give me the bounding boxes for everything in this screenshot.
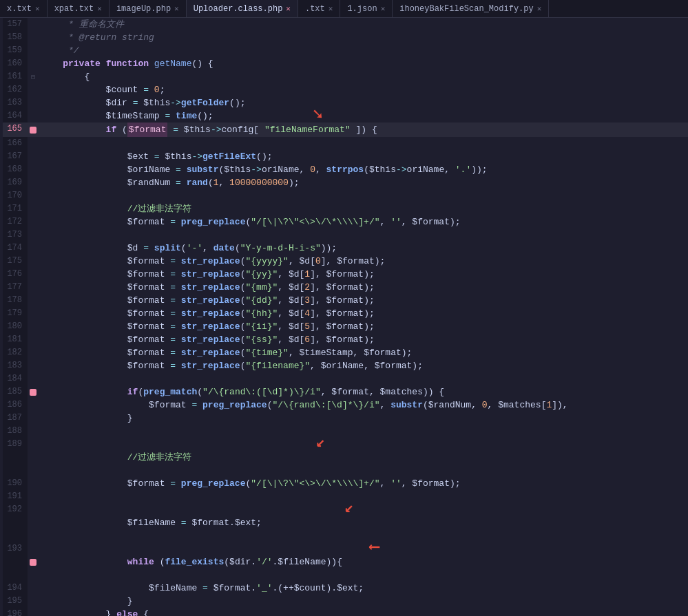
code-line: $dir = $this->getFolder(); [39, 96, 245, 109]
fold-icon[interactable]: ⊟ [31, 73, 35, 81]
line-number: 178 [3, 294, 28, 307]
code-line: $ext = $this->getFileExt(); [39, 150, 272, 163]
highlighted-var: $format [127, 123, 168, 137]
line-marker [28, 57, 39, 70]
line-number: 194 [3, 582, 28, 595]
code-line: $fileName = $format.$ext; ↙ [39, 503, 326, 542]
code-line: $format = str_replace("{mm}", $d[2], $fo… [39, 281, 375, 294]
close-icon[interactable]: ✕ [381, 4, 386, 13]
table-row: 194 $fileName = $format.'_'.(++$count).$… [3, 582, 688, 595]
line-number: 181 [3, 333, 28, 346]
table-row: 182 $format = str_replace("{time}", $tim… [3, 346, 688, 359]
table-row: 159 */ [3, 44, 688, 57]
table-row: 167 $ext = $this->getFileExt(); [3, 150, 688, 163]
table-row: 174 $d = split('-', date("Y-y-m-d-H-i-s"… [3, 242, 688, 255]
line-marker [28, 215, 39, 229]
line-number: 195 [3, 595, 28, 608]
close-icon[interactable]: ✕ [286, 4, 291, 13]
table-row: 189 //过滤非法字符 ↙ [3, 438, 688, 477]
line-marker [28, 372, 39, 385]
code-line [39, 425, 41, 438]
line-marker [28, 123, 39, 137]
line-number: 191 [3, 490, 28, 503]
line-marker [28, 412, 39, 425]
line-marker: ⊟ [28, 70, 39, 83]
line-number: 172 [3, 215, 28, 229]
tab-xpat-txt[interactable]: xpat.txt ✕ [48, 0, 110, 18]
line-number: 180 [3, 320, 28, 333]
line-marker [28, 163, 39, 176]
code-line: $format = str_replace("{hh}", $d[4], $fo… [39, 307, 375, 320]
table-row: 168 $oriName = substr($this->oriName, 0,… [3, 163, 688, 176]
line-number: 177 [3, 281, 28, 294]
tab-uploader-class-php[interactable]: Uploader.class.php ✕ [187, 0, 298, 18]
line-number: 168 [3, 163, 28, 176]
table-row: 176 $format = str_replace("{yy}", $d[1],… [3, 268, 688, 281]
table-row: 171 //过滤非法字符 [3, 202, 688, 215]
code-line [39, 137, 41, 150]
code-line: $format = preg_replace("/[\|\?\"<\>\/\*\… [39, 215, 461, 229]
code-line: { [39, 70, 90, 83]
code-line: } else { [39, 608, 149, 616]
line-number: 169 [3, 176, 28, 189]
table-row: 175 $format = str_replace("{yyyy}", $d[0… [3, 255, 688, 268]
tab-1-json[interactable]: 1.json ✕ [340, 0, 393, 18]
tab-bar: x.txt ✕ xpat.txt ✕ imageUp.php ✕ Uploade… [0, 0, 688, 18]
tab-label: ihoneyBakFileScan_Modify.py [399, 4, 533, 14]
tab-txt[interactable]: .txt ✕ [298, 0, 340, 18]
code-line: $format = str_replace("{yyyy}", $d[0], $… [39, 255, 385, 268]
code-line: if ($format = $this->config[ "fileNameFo… [39, 123, 377, 137]
table-row: 177 $format = str_replace("{mm}", $d[2],… [3, 281, 688, 294]
line-marker [28, 31, 39, 44]
code-line: $format = str_replace("{dd}", $d[3], $fo… [39, 294, 375, 307]
code-line: $count = 0; [39, 83, 165, 96]
code-line: if(preg_match("/\{rand\:([\d]*)\}/i", $f… [39, 385, 444, 399]
close-icon[interactable]: ✕ [537, 4, 542, 13]
line-marker [28, 242, 39, 255]
line-number: 192 [3, 503, 28, 542]
breakpoint-marker[interactable] [30, 127, 37, 134]
table-row: 185 if(preg_match("/\{rand\:([\d]*)\}/i"… [3, 385, 688, 399]
close-icon[interactable]: ✕ [174, 4, 179, 13]
line-number: 170 [3, 189, 28, 202]
line-marker [28, 333, 39, 346]
table-row: 164 $timeStamp = time(); ➘ [3, 109, 688, 123]
table-row: 190 $format = preg_replace("/[\|\?\"<\>\… [3, 477, 688, 490]
line-marker [28, 595, 39, 608]
line-number: 176 [3, 268, 28, 281]
tab-label: Uploader.class.php [194, 4, 283, 14]
breakpoint-marker[interactable] [30, 389, 37, 396]
code-line: $d = split('-', date("Y-y-m-d-H-i-s")); [39, 242, 337, 255]
tab-ihoneybak[interactable]: ihoneyBakFileScan_Modify.py ✕ [393, 0, 549, 18]
line-marker [28, 582, 39, 595]
table-row: 192 $fileName = $format.$ext; ↙ [3, 503, 688, 542]
line-number: 190 [3, 477, 28, 490]
line-number: 193 [3, 542, 28, 582]
table-row: 160 private function getName() { [3, 57, 688, 70]
breakpoint-marker[interactable] [30, 559, 37, 566]
line-marker [28, 268, 39, 281]
table-row: 158 * @return string [3, 31, 688, 44]
line-marker [28, 399, 39, 412]
code-line: $fileName = $format.'_'.(++$count).$ext; [39, 582, 364, 595]
table-row: 196 } else { [3, 608, 688, 616]
line-marker [28, 202, 39, 215]
tab-x-txt[interactable]: x.txt ✕ [0, 0, 48, 18]
line-marker [28, 189, 39, 202]
tab-imageup-php[interactable]: imageUp.php ✕ [110, 0, 187, 18]
close-icon[interactable]: ✕ [329, 4, 333, 13]
code-line [39, 229, 41, 242]
line-marker [28, 281, 39, 294]
line-marker [28, 96, 39, 109]
code-content[interactable]: 157 * 重命名文件 158 * @return string 159 [0, 18, 688, 616]
table-row: 172 $format = preg_replace("/[\|\?\"<\>\… [3, 215, 688, 229]
table-row: 178 $format = str_replace("{dd}", $d[3],… [3, 294, 688, 307]
line-number: 184 [3, 372, 28, 385]
table-row: 181 $format = str_replace("{ss}", $d[6],… [3, 333, 688, 346]
code-line: * @return string [39, 31, 154, 44]
code-line: } [39, 412, 133, 425]
line-marker [28, 176, 39, 189]
close-icon[interactable]: ✕ [97, 4, 102, 13]
close-icon[interactable]: ✕ [35, 4, 40, 13]
line-marker [28, 109, 39, 123]
